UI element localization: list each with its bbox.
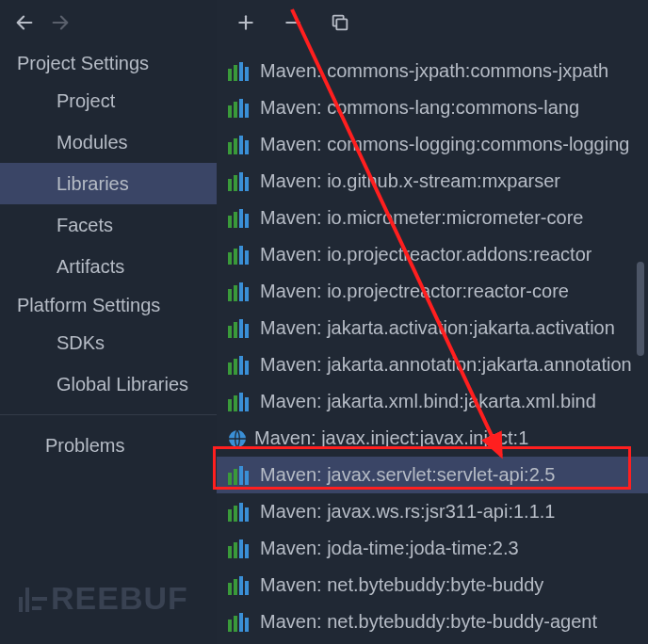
- svg-rect-23: [234, 212, 237, 228]
- svg-rect-20: [239, 172, 243, 191]
- libraries-toolbar: [217, 0, 648, 45]
- svg-rect-56: [234, 542, 237, 558]
- svg-rect-27: [234, 249, 237, 265]
- section-heading-platform: Platform Settings: [0, 287, 217, 322]
- library-label: Maven: jakarta.activation:jakarta.activa…: [260, 317, 615, 339]
- sidebar-item-libraries[interactable]: Libraries: [0, 163, 217, 204]
- library-row[interactable]: Maven: commons-jxpath:commons-jxpath: [217, 53, 648, 89]
- library-label: Maven: io.github.x-stream:mxparser: [260, 170, 560, 192]
- svg-rect-66: [245, 618, 249, 632]
- svg-rect-14: [228, 142, 232, 154]
- add-library-button[interactable]: [230, 7, 262, 39]
- globe-icon: [228, 429, 247, 448]
- library-row[interactable]: Maven: io.projectreactor:reactor-core: [217, 273, 648, 310]
- library-row[interactable]: Maven: javax.inject:javax.inject:1: [217, 420, 648, 457]
- nav-back-button[interactable]: [9, 8, 40, 38]
- library-icon: [228, 172, 252, 191]
- library-icon: [228, 99, 252, 118]
- library-icon: [228, 246, 252, 265]
- library-label: Maven: joda-time:joda-time:2.3: [260, 538, 519, 559]
- library-row[interactable]: Maven: javax.ws.rs:jsr311-api:1.1.1: [217, 493, 648, 530]
- svg-rect-33: [245, 287, 249, 301]
- svg-rect-34: [228, 326, 232, 338]
- library-row[interactable]: Maven: net.bytebuddy:byte-buddy: [217, 567, 648, 604]
- svg-rect-60: [234, 579, 237, 595]
- svg-rect-52: [234, 506, 237, 522]
- copy-library-button[interactable]: [324, 7, 356, 39]
- svg-rect-45: [245, 397, 249, 411]
- svg-rect-59: [228, 583, 232, 595]
- watermark-text: REEBUF: [51, 580, 188, 616]
- nav-forward-button[interactable]: [45, 8, 75, 38]
- library-row[interactable]: Maven: jakarta.activation:jakarta.activa…: [217, 310, 648, 346]
- section-heading-project: Project Settings: [0, 45, 217, 80]
- remove-library-button[interactable]: [277, 7, 309, 39]
- svg-rect-29: [245, 250, 249, 265]
- svg-rect-26: [228, 252, 232, 265]
- library-label: Maven: io.micrometer:micrometer-core: [260, 207, 583, 229]
- library-row[interactable]: Maven: io.micrometer:micrometer-core: [217, 200, 648, 236]
- svg-rect-32: [239, 282, 243, 301]
- svg-rect-62: [245, 581, 249, 595]
- svg-rect-70: [32, 597, 47, 601]
- svg-rect-47: [228, 473, 232, 485]
- svg-rect-53: [239, 503, 243, 522]
- sidebar-item-sdks[interactable]: SDKs: [0, 322, 217, 363]
- library-row[interactable]: Maven: commons-lang:commons-lang: [217, 89, 648, 126]
- arrow-right-icon: [50, 12, 71, 33]
- sidebar-item-facets[interactable]: Facets: [0, 204, 217, 246]
- library-icon: [228, 282, 252, 301]
- svg-rect-17: [245, 140, 249, 154]
- svg-rect-12: [239, 99, 243, 118]
- svg-rect-8: [239, 62, 243, 81]
- svg-rect-16: [239, 136, 243, 154]
- library-row[interactable]: Maven: jakarta.annotation:jakarta.annota…: [217, 346, 648, 383]
- svg-rect-11: [234, 102, 237, 118]
- sidebar-item-project[interactable]: Project: [0, 80, 217, 121]
- library-icon: [228, 136, 252, 154]
- settings-sidebar: Project Settings Project Modules Librari…: [0, 45, 217, 644]
- copy-icon: [330, 12, 350, 33]
- svg-rect-6: [228, 69, 232, 81]
- library-icon: [228, 466, 252, 485]
- svg-rect-37: [245, 324, 249, 338]
- library-icon: [228, 209, 252, 228]
- svg-rect-31: [234, 285, 237, 301]
- svg-rect-28: [239, 246, 243, 265]
- library-row[interactable]: Maven: joda-time:joda-time:2.3: [217, 530, 648, 567]
- sidebar-item-modules[interactable]: Modules: [0, 121, 217, 163]
- svg-rect-71: [32, 606, 41, 610]
- library-label: Maven: net.bytebuddy:byte-buddy-agent: [260, 611, 597, 633]
- library-label: Maven: commons-jxpath:commons-jxpath: [260, 60, 608, 82]
- library-icon: [228, 356, 252, 375]
- libraries-list: Maven: commons-jxpath:commons-jxpathMave…: [217, 53, 648, 640]
- library-icon: [228, 576, 252, 595]
- scrollbar-thumb[interactable]: [637, 262, 644, 356]
- sidebar-item-global-libraries[interactable]: Global Libraries: [0, 363, 217, 405]
- svg-rect-24: [239, 209, 243, 228]
- library-row[interactable]: Maven: net.bytebuddy:byte-buddy-agent: [217, 604, 648, 640]
- sidebar-item-artifacts[interactable]: Artifacts: [0, 246, 217, 287]
- library-label: Maven: net.bytebuddy:byte-buddy: [260, 574, 543, 596]
- library-row[interactable]: Maven: io.projectreactor.addons:reactor: [217, 236, 648, 273]
- library-row[interactable]: Maven: javax.servlet:servlet-api:2.5: [217, 457, 648, 493]
- svg-rect-51: [228, 509, 232, 522]
- svg-rect-38: [228, 362, 232, 375]
- sidebar-item-problems[interactable]: Problems: [0, 425, 217, 466]
- svg-rect-25: [245, 214, 249, 228]
- library-row[interactable]: Maven: commons-logging:commons-logging: [217, 126, 648, 163]
- svg-rect-35: [234, 322, 237, 338]
- svg-rect-69: [25, 588, 29, 612]
- svg-rect-65: [239, 613, 243, 632]
- library-row[interactable]: Maven: jakarta.xml.bind:jakarta.xml.bind: [217, 383, 648, 420]
- svg-rect-42: [228, 399, 232, 411]
- library-row[interactable]: Maven: io.github.x-stream:mxparser: [217, 163, 648, 200]
- svg-rect-10: [228, 105, 232, 118]
- svg-rect-54: [245, 507, 249, 522]
- svg-rect-39: [234, 359, 237, 375]
- svg-rect-36: [239, 319, 243, 338]
- library-icon: [228, 62, 252, 81]
- svg-rect-9: [245, 67, 249, 81]
- svg-rect-18: [228, 179, 232, 191]
- svg-rect-41: [245, 361, 249, 375]
